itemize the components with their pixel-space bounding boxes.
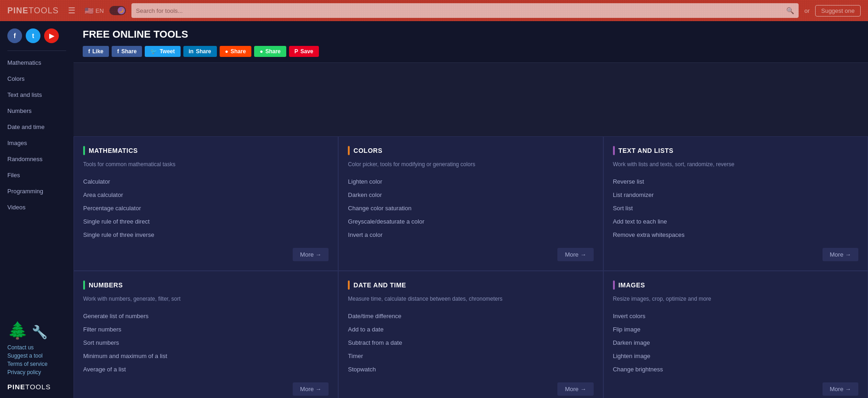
search-icon: 🔍: [786, 7, 794, 14]
tool-stopwatch[interactable]: Stopwatch: [348, 363, 593, 376]
wrench-icon: 🔧: [32, 326, 48, 339]
fb-icon: f: [88, 48, 90, 55]
terms-link[interactable]: Terms of service: [7, 361, 66, 367]
date-time-accent: [348, 280, 350, 290]
linkedin-button[interactable]: in Share: [183, 46, 217, 57]
sidebar-divider: [7, 50, 66, 51]
sidebar-item-text-and-lists[interactable]: Text and lists: [0, 87, 74, 103]
tool-lighten-color[interactable]: Lighten color: [348, 175, 593, 188]
top-navigation: PINETOOLS ☰ 🇺🇸 EN 🌙 🔍 or Suggest one: [0, 0, 868, 21]
tool-remove-whitespaces[interactable]: Remove extra whitespaces: [613, 228, 858, 241]
tool-rule-three-direct[interactable]: Single rule of three direct: [83, 215, 329, 228]
toggle-knob: 🌙: [118, 7, 125, 14]
twitter-icon[interactable]: t: [26, 28, 40, 43]
suggest-button[interactable]: Suggest one: [815, 5, 861, 17]
tool-change-brightness[interactable]: Change brightness: [613, 363, 858, 376]
colors-tools: Lighten color Darken color Change color …: [348, 175, 593, 241]
images-section: IMAGES Resize images, crop, optimize and…: [603, 271, 868, 398]
tool-invert-colors[interactable]: Invert colors: [613, 309, 858, 323]
twitter-share-icon: 🐦: [150, 48, 157, 55]
tools-grid: MATHEMATICS Tools for common mathematica…: [74, 136, 868, 398]
tree-icon: 🌲: [7, 322, 28, 339]
tool-invert-color[interactable]: Invert a color: [348, 228, 593, 241]
layout: f t ▶ Mathematics Colors Text and lists …: [0, 21, 868, 398]
numbers-more-button[interactable]: More →: [293, 382, 329, 396]
tool-min-max[interactable]: Minimum and maximum of a list: [83, 349, 329, 363]
sidebar-item-videos[interactable]: Videos: [0, 199, 74, 215]
fb-share-button[interactable]: f Share: [112, 46, 142, 57]
sidebar-item-programming[interactable]: Programming: [0, 183, 74, 199]
tweet-button[interactable]: 🐦 Tweet: [145, 46, 180, 57]
dark-mode-toggle[interactable]: 🌙: [109, 6, 126, 15]
sidebar-footer: 🌲 🔧 Contact us Suggest a tool Terms of s…: [0, 315, 74, 398]
hamburger-button[interactable]: ☰: [64, 4, 79, 17]
tool-date-difference[interactable]: Date/time difference: [348, 309, 593, 323]
sidebar-item-mathematics[interactable]: Mathematics: [0, 55, 74, 71]
privacy-link[interactable]: Privacy policy: [7, 369, 66, 376]
language-selector[interactable]: 🇺🇸 EN: [85, 6, 104, 15]
tool-flip-image[interactable]: Flip image: [613, 323, 858, 336]
colors-header: COLORS: [348, 146, 593, 155]
tool-rule-three-inverse[interactable]: Single rule of three inverse: [83, 228, 329, 241]
pinterest-button[interactable]: P Save: [289, 46, 319, 57]
sidebar-item-numbers[interactable]: Numbers: [0, 103, 74, 119]
tool-lighten-image[interactable]: Lighten image: [613, 349, 858, 363]
mathematics-header: MATHEMATICS: [83, 146, 329, 155]
sidebar-item-date-and-time[interactable]: Date and time: [0, 119, 74, 135]
logo[interactable]: PINETOOLS: [7, 6, 59, 16]
tool-darken-image[interactable]: Darken image: [613, 336, 858, 349]
tool-average[interactable]: Average of a list: [83, 363, 329, 376]
reddit-icon: ●: [225, 48, 228, 55]
flag-icon: 🇺🇸: [85, 6, 94, 15]
date-time-more-button[interactable]: More →: [557, 382, 593, 396]
sidebar-item-files[interactable]: Files: [0, 167, 74, 183]
mathematics-more-button[interactable]: More →: [293, 248, 329, 261]
tool-reverse-list[interactable]: Reverse list: [613, 175, 858, 188]
images-description: Resize images, crop, optimize and more: [613, 295, 858, 303]
mathematics-section: MATHEMATICS Tools for common mathematica…: [74, 136, 338, 271]
tool-add-to-date[interactable]: Add to a date: [348, 323, 593, 336]
tool-greyscale[interactable]: Greyscale/desaturate a color: [348, 215, 593, 228]
contact-us-link[interactable]: Contact us: [7, 344, 66, 351]
tool-add-text[interactable]: Add text to each line: [613, 215, 858, 228]
images-accent: [613, 280, 615, 290]
text-lists-section: TEXT AND LISTS Work with lists and texts…: [603, 136, 868, 271]
colors-section: COLORS Color picker, tools for modifying…: [338, 136, 603, 271]
sidebar-item-randomness[interactable]: Randomness: [0, 151, 74, 167]
tool-change-saturation[interactable]: Change color saturation: [348, 202, 593, 215]
tool-timer[interactable]: Timer: [348, 349, 593, 363]
tool-area-calculator[interactable]: Area calculator: [83, 188, 329, 202]
search-input[interactable]: [136, 7, 783, 14]
tool-sort-numbers[interactable]: Sort numbers: [83, 336, 329, 349]
sidebar-item-images[interactable]: Images: [0, 135, 74, 151]
like-button[interactable]: f Like: [83, 46, 109, 57]
text-lists-header: TEXT AND LISTS: [613, 146, 858, 155]
tool-percentage-calculator[interactable]: Percentage calculator: [83, 202, 329, 215]
colors-more-button[interactable]: More →: [557, 248, 593, 261]
tool-calculator[interactable]: Calculator: [83, 175, 329, 188]
youtube-icon[interactable]: ▶: [44, 28, 59, 43]
tool-filter-numbers[interactable]: Filter numbers: [83, 323, 329, 336]
share-bar: f Like f Share 🐦 Tweet in Share ● Sha: [83, 46, 859, 62]
date-time-header: DATE AND TIME: [348, 280, 593, 290]
facebook-icon[interactable]: f: [7, 28, 22, 43]
sidebar: f t ▶ Mathematics Colors Text and lists …: [0, 21, 74, 398]
social-links: f t ▶: [0, 28, 74, 50]
tool-sort-list[interactable]: Sort list: [613, 202, 858, 215]
images-more-button[interactable]: More →: [823, 382, 858, 396]
or-text: or: [804, 7, 810, 14]
page-title: FREE ONLINE TOOLS: [83, 28, 859, 40]
tool-generate-numbers[interactable]: Generate list of numbers: [83, 309, 329, 323]
suggest-tool-link[interactable]: Suggest a tool: [7, 353, 66, 359]
whatsapp-button[interactable]: ● Share: [254, 46, 286, 57]
date-time-title: DATE AND TIME: [353, 281, 406, 289]
text-lists-more-button[interactable]: More →: [823, 248, 858, 261]
sidebar-item-colors[interactable]: Colors: [0, 71, 74, 87]
reddit-button[interactable]: ● Share: [220, 46, 252, 57]
pinterest-icon: P: [295, 48, 298, 55]
tool-subtract-from-date[interactable]: Subtract from a date: [348, 336, 593, 349]
lang-label: EN: [96, 7, 104, 14]
tool-list-randomizer[interactable]: List randomizer: [613, 188, 858, 202]
tool-darken-color[interactable]: Darken color: [348, 188, 593, 202]
main-content: FREE ONLINE TOOLS f Like f Share 🐦 Tweet…: [74, 21, 868, 398]
